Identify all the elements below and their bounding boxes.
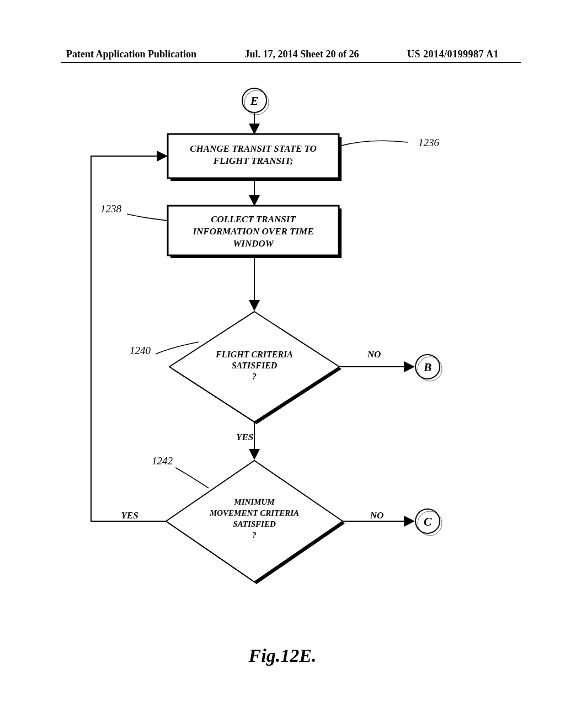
ref-1238: 1238	[100, 203, 122, 215]
ref-1240: 1240	[130, 345, 151, 356]
box-1238-line3: WINDOW	[233, 238, 275, 249]
header-rule	[61, 62, 521, 63]
process-box-1236: CHANGE TRANSIT STATE TO FLIGHT TRANSIT;	[168, 134, 342, 181]
decision-1240-line2: SATISFIED	[232, 361, 278, 370]
decision-1242: MINIMUM MOVEMENT CRITERIA SATISFIED ?	[166, 461, 345, 584]
connector-e: E	[242, 88, 269, 115]
header-left: Patent Application Publication	[66, 49, 196, 60]
branch-1242-no: NO	[370, 510, 384, 521]
connector-c-label: C	[424, 515, 432, 528]
flowchart: E CHANGE TRANSIT STATE TO FLIGHT TRANSIT…	[0, 77, 565, 629]
box-1236-line2: FLIGHT TRANSIT;	[213, 156, 294, 166]
box-1236-line1: CHANGE TRANSIT STATE TO	[190, 143, 317, 154]
decision-1242-line2: MOVEMENT CRITERIA	[209, 508, 299, 517]
decision-1242-line3: SATISFIED	[233, 520, 276, 528]
patent-page: Patent Application Publication Jul. 17, …	[0, 0, 565, 728]
header-right: US 2014/0199987 A1	[407, 49, 499, 60]
figure-caption: Fig.12E.	[0, 645, 565, 666]
connector-b-label: B	[423, 360, 432, 374]
box-1238-line1: COLLECT TRANSIT	[211, 214, 296, 224]
decision-1240-line3: ?	[252, 372, 257, 381]
branch-1240-yes: YES	[236, 432, 253, 442]
page-header: Patent Application Publication Jul. 17, …	[0, 49, 565, 60]
box-1238-line2: INFORMATION OVER TIME	[192, 226, 313, 237]
ref-1242: 1242	[152, 455, 173, 467]
decision-1240-line1: FLIGHT CRITERIA	[215, 350, 293, 359]
header-center: Jul. 17, 2014 Sheet 20 of 26	[245, 49, 359, 60]
branch-1242-yes: YES	[121, 510, 138, 521]
decision-1242-line1: MINIMUM	[233, 497, 275, 506]
ref-1236: 1236	[418, 137, 440, 148]
connector-b: B	[415, 355, 442, 381]
connector-c: C	[415, 509, 442, 536]
process-box-1238: COLLECT TRANSIT INFORMATION OVER TIME WI…	[168, 206, 342, 258]
branch-1240-no: NO	[367, 349, 381, 360]
connector-e-label: E	[250, 94, 259, 108]
decision-1242-line4: ?	[252, 531, 257, 539]
decision-1240: FLIGHT CRITERIA SATISFIED ?	[169, 312, 342, 424]
